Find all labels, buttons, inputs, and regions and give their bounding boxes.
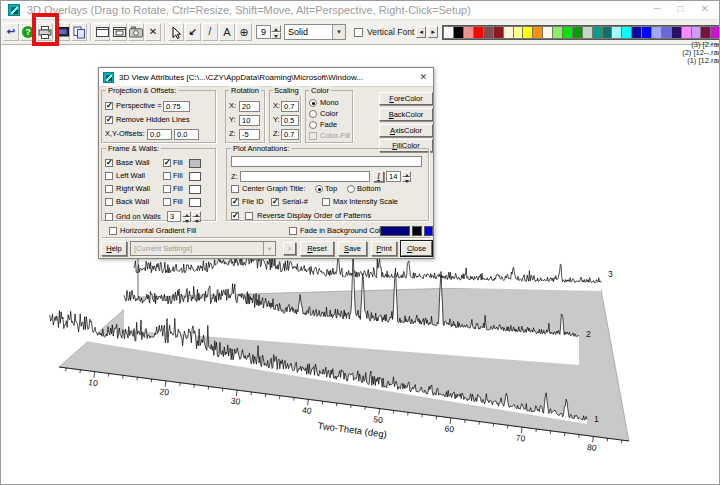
palette-color-2[interactable] <box>464 27 473 38</box>
bottom-radio[interactable] <box>347 185 355 193</box>
palette-prev-button[interactable]: ◄ <box>416 26 426 38</box>
grid-count-spinner[interactable] <box>182 211 191 222</box>
axiscolor-button[interactable]: AxisColor <box>379 124 433 137</box>
left-wall-checkbox[interactable] <box>105 172 113 180</box>
fade-color-swatch-2[interactable] <box>412 226 422 236</box>
palette-color-20[interactable] <box>642 27 651 38</box>
reverse-order-checkbox-2[interactable] <box>245 212 253 220</box>
dialog-close-icon[interactable]: ✕ <box>419 72 427 82</box>
pointer-tool-button[interactable] <box>168 23 184 41</box>
grid-count-spinner-2[interactable] <box>192 211 201 222</box>
base-wall-fill-swatch[interactable] <box>189 159 201 168</box>
arrow-tool-button[interactable]: ↙ <box>185 23 201 41</box>
close-icon[interactable]: ✕ <box>701 3 709 14</box>
annotation-title-input[interactable] <box>231 156 422 167</box>
reset-button[interactable]: Reset <box>300 241 334 256</box>
perspective-checkbox[interactable] <box>105 102 113 110</box>
text-tool-button[interactable]: A <box>219 23 235 41</box>
snapshot-button[interactable] <box>128 23 144 41</box>
maximize-icon[interactable]: □ <box>678 3 684 14</box>
fade-color-swatch-3[interactable] <box>424 226 433 236</box>
print-button-dialog[interactable]: Print <box>371 241 397 256</box>
settings-preset-select[interactable]: [Current Settings] ▼ <box>130 241 276 256</box>
palette-color-13[interactable] <box>573 27 582 38</box>
palette-color-17[interactable] <box>612 27 621 38</box>
minimize-icon[interactable]: ─ <box>653 3 660 14</box>
palette-color-6[interactable] <box>504 27 513 38</box>
palette-color-16[interactable] <box>603 27 612 38</box>
line-tool-button[interactable]: / <box>202 23 218 41</box>
top-radio[interactable] <box>315 185 323 193</box>
italic-button[interactable]: I <box>373 171 384 182</box>
mono-radio[interactable] <box>309 99 317 107</box>
left-wall-fill-swatch[interactable] <box>189 172 201 181</box>
grid-on-walls-checkbox[interactable] <box>105 213 113 221</box>
forecolor-button[interactable]: ForeColor <box>379 92 433 105</box>
rotation-z-field[interactable]: -5 <box>239 129 260 140</box>
copy-button[interactable] <box>71 23 87 41</box>
palette-color-9[interactable] <box>533 27 542 38</box>
remove-hidden-checkbox[interactable] <box>105 116 113 124</box>
help-button-dialog[interactable]: Help <box>101 241 127 256</box>
palette-next-button[interactable]: ► <box>428 26 438 38</box>
reverse-order-checkbox[interactable] <box>231 212 239 220</box>
grid-count-field[interactable]: 3 <box>167 211 181 222</box>
dialog-titlebar[interactable]: 3D View Attributes [C:\...\CZY\AppData\R… <box>99 68 433 87</box>
close-button[interactable]: Close <box>401 241 432 256</box>
palette-color-27[interactable] <box>711 27 720 38</box>
vertical-font-checkbox[interactable] <box>354 28 363 37</box>
right-wall-checkbox[interactable] <box>105 185 113 193</box>
scaling-y-field[interactable]: 0.5 <box>281 115 299 126</box>
palette-color-14[interactable] <box>583 27 592 38</box>
palette-color-0[interactable] <box>444 27 453 38</box>
horizontal-gradient-checkbox[interactable] <box>109 227 117 235</box>
font-size-spinner-dialog[interactable] <box>402 171 411 182</box>
rotation-y-field[interactable]: 10 <box>239 115 260 126</box>
right-wall-fill-swatch[interactable] <box>189 185 201 194</box>
save-button[interactable]: Save <box>338 241 367 256</box>
palette-color-5[interactable] <box>494 27 503 38</box>
max-intensity-checkbox[interactable] <box>322 198 330 206</box>
color-radio[interactable] <box>309 110 317 118</box>
font-size-input[interactable]: 9 <box>256 25 271 39</box>
palette-color-18[interactable] <box>622 27 631 38</box>
window-layout-button[interactable] <box>94 23 110 41</box>
palette-color-11[interactable] <box>553 27 562 38</box>
back-wall-checkbox[interactable] <box>105 198 113 206</box>
font-size-spinner[interactable] <box>271 25 281 39</box>
delete-button[interactable]: ✕ <box>145 23 161 41</box>
palette-color-19[interactable] <box>632 27 641 38</box>
fade-background-checkbox[interactable] <box>289 227 297 235</box>
serial-checkbox[interactable] <box>271 198 279 206</box>
center-title-checkbox[interactable] <box>231 185 239 193</box>
palette-color-23[interactable] <box>672 27 681 38</box>
scaling-x-field[interactable]: 0.7 <box>281 101 299 112</box>
palette-color-8[interactable] <box>523 27 532 38</box>
fade-color-swatch-1[interactable] <box>380 226 410 236</box>
perspective-field[interactable]: 0.75 <box>163 101 190 112</box>
back-wall-fill-checkbox[interactable] <box>163 198 171 206</box>
palette-color-3[interactable] <box>474 27 483 38</box>
palette-color-25[interactable] <box>692 27 701 38</box>
rotation-x-field[interactable]: 20 <box>239 101 260 112</box>
line-style-select[interactable]: Solid ▼ <box>284 24 346 40</box>
left-wall-fill-checkbox[interactable] <box>163 172 171 180</box>
base-wall-fill-checkbox[interactable] <box>163 159 171 167</box>
annotation-z-input[interactable] <box>240 171 370 182</box>
palette-color-21[interactable] <box>652 27 661 38</box>
framed-window-button[interactable] <box>111 23 127 41</box>
backcolor-button[interactable]: BackColor <box>379 108 433 121</box>
back-wall-fill-swatch[interactable] <box>189 198 201 207</box>
palette-color-26[interactable] <box>701 27 710 38</box>
offset-x-field[interactable]: 0.0 <box>147 129 172 140</box>
palette-color-22[interactable] <box>662 27 671 38</box>
palette-color-1[interactable] <box>454 27 463 38</box>
right-wall-fill-checkbox[interactable] <box>163 185 171 193</box>
palette-color-15[interactable] <box>593 27 602 38</box>
palette-color-10[interactable] <box>543 27 552 38</box>
palette-color-24[interactable] <box>682 27 691 38</box>
palette-color-12[interactable] <box>563 27 572 38</box>
offset-y-field[interactable]: 0.0 <box>174 129 199 140</box>
scaling-z-field[interactable]: 0.7 <box>281 129 299 140</box>
base-wall-checkbox[interactable] <box>105 159 113 167</box>
